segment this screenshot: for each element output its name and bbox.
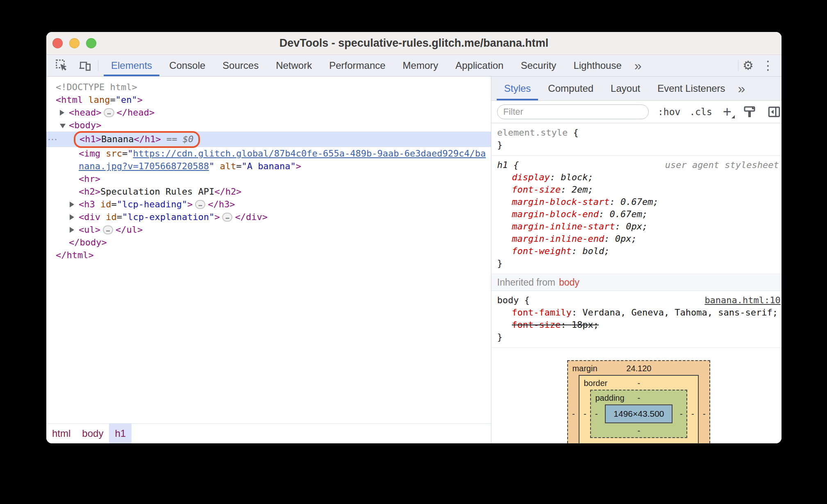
tree-row-head-node[interactable]: <head>…</head>: [46, 106, 491, 119]
sidebar-more-tabs-icon[interactable]: »: [734, 77, 750, 100]
tree-row-html-close[interactable]: </html>: [46, 249, 491, 261]
rule-selector[interactable]: body: [497, 295, 519, 305]
border-top-value[interactable]: -: [579, 379, 698, 388]
breadcrumb-item-h1[interactable]: h1: [109, 424, 132, 443]
disclosure-arrow-icon[interactable]: [70, 214, 74, 220]
expand-ellipsis-button[interactable]: …: [222, 213, 232, 222]
breadcrumb-item-html[interactable]: html: [46, 424, 76, 443]
css-property-font-size[interactable]: font-size: 18px;: [497, 319, 781, 331]
css-property-font-family[interactable]: font-family: Verdana, Geneva, Tahoma, sa…: [497, 306, 781, 319]
tree-row-doctype[interactable]: <!DOCTYPE html>: [46, 81, 491, 93]
disclosure-arrow-icon[interactable]: [60, 124, 66, 128]
box-model-border[interactable]: border - - padding -: [579, 375, 699, 443]
tab-console[interactable]: Console: [161, 55, 214, 76]
css-property-name[interactable]: font-weight: [512, 246, 572, 256]
rendering-brush-icon[interactable]: [743, 105, 756, 118]
tab-sources[interactable]: Sources: [214, 55, 267, 76]
border-left-value[interactable]: -: [579, 409, 590, 419]
disclosure-arrow-icon[interactable]: [70, 227, 74, 233]
tree-row-h3-node[interactable]: <h3 id="lcp-heading">…</h3>: [46, 198, 491, 211]
padding-right-value[interactable]: -: [676, 409, 686, 419]
css-property-value[interactable]: bold: [582, 246, 604, 256]
css-property-name[interactable]: font-size: [512, 184, 561, 195]
tree-row-img-node-line2[interactable]: nana.jpg?v=1705668720588" alt="A banana"…: [46, 160, 491, 173]
border-right-value[interactable]: -: [687, 409, 698, 419]
expand-ellipsis-button[interactable]: …: [103, 225, 113, 234]
toggle-cls-button[interactable]: .cls: [689, 107, 712, 117]
margin-left-value[interactable]: -: [568, 409, 579, 419]
css-property-margin-inline-end[interactable]: margin-inline-end: 0px;: [497, 233, 781, 245]
css-property-name[interactable]: margin-inline-end: [512, 234, 604, 244]
tab-elements[interactable]: Elements: [102, 55, 161, 76]
sidebar-tab-computed[interactable]: Computed: [539, 77, 602, 100]
tree-row-h1-node-selected[interactable]: ⋯<h1>Banana</h1> == $0: [46, 132, 491, 147]
zoom-button[interactable]: [86, 38, 96, 48]
tab-performance[interactable]: Performance: [320, 55, 394, 76]
breadcrumb-item-body[interactable]: body: [76, 424, 109, 443]
css-property-value[interactable]: block: [561, 172, 588, 182]
tree-row-html-open[interactable]: <html lang="en">: [46, 93, 491, 106]
box-model-content[interactable]: 1496×43.500: [605, 404, 673, 423]
margin-top-value[interactable]: 24.120: [568, 364, 709, 373]
css-property-name[interactable]: display: [512, 172, 550, 182]
css-property-name[interactable]: margin-inline-start: [512, 221, 615, 232]
css-property-display[interactable]: display: block;: [497, 171, 781, 184]
css-property-value[interactable]: 0.67em: [609, 209, 642, 219]
css-property-value[interactable]: 0px: [626, 221, 642, 232]
rule-selector[interactable]: element.style: [497, 127, 568, 138]
css-property-value[interactable]: Verdana, Geneva, Tahoma, sans-serif: [582, 307, 772, 318]
css-property-name[interactable]: margin-block-end: [512, 209, 599, 219]
css-property-value[interactable]: 0px: [615, 234, 632, 244]
tree-row-body-open[interactable]: <body>: [46, 119, 491, 132]
expand-ellipsis-button[interactable]: …: [195, 200, 205, 209]
tab-security[interactable]: Security: [512, 55, 565, 76]
sidebar-tab-event-listeners[interactable]: Event Listeners: [649, 77, 734, 100]
inherited-from-body-link[interactable]: body: [559, 277, 579, 288]
css-property-font-weight[interactable]: font-weight: bold;: [497, 245, 781, 257]
toggle-pseudo-hov-button[interactable]: :hov: [658, 107, 680, 117]
sidebar-tab-layout[interactable]: Layout: [602, 77, 649, 100]
tab-network[interactable]: Network: [267, 55, 320, 76]
tab-lighthouse[interactable]: Lighthouse: [565, 55, 630, 76]
disclosure-arrow-icon[interactable]: [60, 110, 64, 116]
more-options-icon[interactable]: ⋮: [762, 59, 774, 72]
sidebar-tab-styles[interactable]: Styles: [495, 77, 539, 100]
device-toolbar-icon[interactable]: [78, 59, 91, 72]
settings-gear-icon[interactable]: ⚙: [743, 59, 754, 72]
inspect-element-icon[interactable]: [55, 59, 68, 72]
styles-filter-input[interactable]: [497, 104, 649, 119]
stylesheet-source-link[interactable]: banana.html:10: [704, 294, 780, 306]
box-model-padding[interactable]: padding - - 1496×43.500 -: [590, 390, 687, 438]
close-button[interactable]: [52, 38, 63, 48]
tree-row-h2-node[interactable]: <h2>Speculation Rules API</h2>: [46, 185, 491, 198]
padding-top-value[interactable]: -: [591, 393, 686, 403]
new-style-rule-button[interactable]: +: [723, 106, 732, 118]
tree-row-body-close[interactable]: </body>: [46, 236, 491, 249]
css-property-font-size[interactable]: font-size: 2em;: [497, 184, 781, 196]
css-property-value[interactable]: 0.67em: [620, 197, 653, 207]
css-property-value[interactable]: 2em: [572, 184, 588, 195]
css-property-name[interactable]: font-family: [512, 307, 572, 318]
padding-bottom-value[interactable]: -: [591, 426, 686, 436]
tab-memory[interactable]: Memory: [394, 55, 447, 76]
css-property-value[interactable]: 18px: [572, 320, 593, 330]
padding-left-value[interactable]: -: [591, 409, 602, 419]
tab-application[interactable]: Application: [447, 55, 512, 76]
css-property-margin-inline-start[interactable]: margin-inline-start: 0px;: [497, 220, 781, 233]
disclosure-arrow-icon[interactable]: [70, 202, 74, 207]
rule-selector[interactable]: h1: [497, 160, 508, 170]
margin-right-value[interactable]: -: [699, 409, 709, 419]
expand-ellipsis-button[interactable]: …: [104, 108, 114, 117]
row-menu-icon[interactable]: ⋯: [48, 133, 57, 146]
tree-row-div-node[interactable]: <div id="lcp-explanation">…</div>: [46, 211, 491, 223]
tree-row-img-node-line1[interactable]: <img src="https://cdn.glitch.global/87b4…: [46, 147, 491, 160]
minimize-button[interactable]: [69, 38, 80, 48]
box-model-margin[interactable]: margin 24.120 - border - -: [567, 360, 710, 443]
css-property-name[interactable]: margin-block-start: [512, 197, 609, 207]
toggle-sidebar-icon[interactable]: [768, 105, 781, 118]
css-property-margin-block-end[interactable]: margin-block-end: 0.67em;: [497, 208, 781, 220]
border-bottom-value[interactable]: -: [579, 441, 698, 443]
tree-row-ul-node[interactable]: <ul>…</ul>: [46, 223, 491, 236]
more-tabs-icon[interactable]: »: [630, 55, 646, 76]
css-property-margin-block-start[interactable]: margin-block-start: 0.67em;: [497, 196, 781, 208]
